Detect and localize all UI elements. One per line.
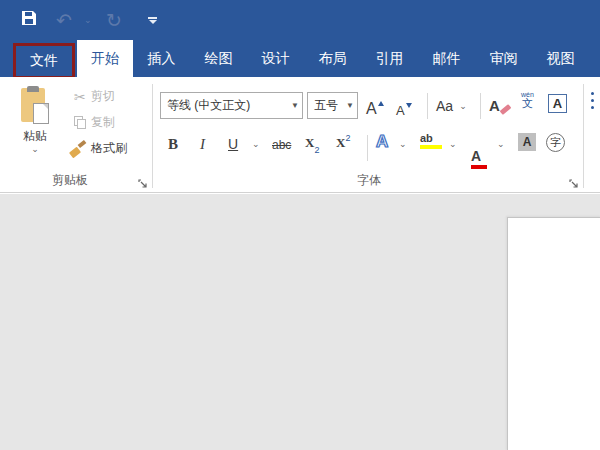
font-size-value: 五号 bbox=[308, 97, 343, 114]
bold-button[interactable]: B bbox=[168, 136, 178, 153]
shrink-font-button[interactable]: A bbox=[396, 96, 412, 118]
chevron-down-icon[interactable]: ▼ bbox=[288, 101, 302, 110]
character-shading-button[interactable]: A bbox=[518, 133, 536, 151]
superscript-button[interactable]: X 2 bbox=[336, 133, 350, 151]
tab-references[interactable]: 引用 bbox=[361, 40, 418, 77]
font-size-combo[interactable]: 五号 ▼ bbox=[307, 92, 358, 119]
italic-button[interactable]: I bbox=[200, 136, 205, 153]
tab-design[interactable]: 设计 bbox=[247, 40, 304, 77]
tab-layout[interactable]: 布局 bbox=[304, 40, 361, 77]
bullets-icon-partial[interactable] bbox=[591, 92, 594, 109]
chevron-down-icon: ⌄ bbox=[459, 102, 467, 110]
clipboard-group-label: 剪贴板 bbox=[0, 172, 140, 189]
tab-mailings[interactable]: 邮件 bbox=[418, 40, 475, 77]
phonetic-guide-icon: wén 文 bbox=[521, 91, 534, 109]
save-icon bbox=[20, 9, 38, 31]
redo-icon: ↻ bbox=[106, 9, 122, 31]
enclose-characters-icon: 字 bbox=[546, 133, 565, 152]
change-case-button[interactable]: Aa ⌄ bbox=[436, 94, 467, 118]
underline-button[interactable]: U bbox=[228, 136, 238, 152]
highlight-color-bar bbox=[420, 145, 442, 149]
font-color-button[interactable]: A bbox=[471, 148, 600, 169]
word-window: ↶ ⌄ ↻ 文件 开始 插入 绘图 设计 bbox=[0, 0, 600, 450]
customize-quick-access-toolbar-button[interactable] bbox=[148, 8, 157, 32]
copy-icon bbox=[74, 116, 86, 129]
tab-view[interactable]: 视图 bbox=[532, 40, 589, 77]
format-painter-button[interactable]: 格式刷 bbox=[70, 140, 127, 157]
underline-dropdown[interactable]: ⌄ bbox=[252, 140, 260, 148]
quick-access-toolbar: ↶ ⌄ ↻ bbox=[0, 0, 600, 40]
chevron-down-icon: ⌄ bbox=[399, 140, 407, 148]
tab-insert[interactable]: 插入 bbox=[133, 40, 190, 77]
phonetic-guide-button[interactable]: wén 文 bbox=[521, 91, 534, 109]
group-separator bbox=[152, 84, 153, 188]
scissors-icon: ✂ bbox=[74, 89, 86, 105]
chevron-down-icon: ⌄ bbox=[252, 140, 260, 148]
undo-icon: ↶ bbox=[56, 9, 72, 31]
chevron-down-icon: ⌄ bbox=[84, 15, 92, 25]
tab-draw[interactable]: 绘图 bbox=[190, 40, 247, 77]
subscript-button[interactable]: X 2 bbox=[305, 135, 319, 151]
clear-formatting-button[interactable]: A bbox=[489, 93, 506, 117]
tab-file[interactable]: 文件 bbox=[13, 43, 75, 79]
cut-button[interactable]: ✂ 剪切 bbox=[74, 88, 115, 105]
font-dialog-launcher[interactable] bbox=[568, 176, 580, 188]
font-color-bar bbox=[471, 165, 487, 169]
ribbon: 粘贴 ⌄ ✂ 剪切 复制 格式刷 剪贴板 等线 (中文正文) ▼ 五号 ▼ bbox=[0, 77, 600, 193]
format-painter-brush-icon bbox=[70, 142, 86, 156]
text-highlight-button[interactable]: ab bbox=[420, 132, 600, 149]
chevron-down-icon: ⌄ bbox=[497, 140, 505, 148]
character-border-button[interactable]: A bbox=[548, 94, 567, 113]
paste-clipboard-icon bbox=[21, 86, 49, 124]
tab-review[interactable]: 审阅 bbox=[475, 40, 532, 77]
document-page[interactable] bbox=[507, 217, 600, 450]
chevron-down-icon: ⌄ bbox=[449, 140, 457, 148]
undo-button[interactable]: ↶ bbox=[56, 8, 72, 32]
text-highlight-dropdown[interactable]: ⌄ bbox=[449, 140, 457, 148]
character-shading-icon: A bbox=[518, 133, 536, 151]
redo-button[interactable]: ↻ bbox=[106, 8, 122, 32]
text-effects-dropdown[interactable]: ⌄ bbox=[399, 140, 407, 148]
text-effects-icon: A bbox=[376, 132, 388, 152]
copy-button[interactable]: 复制 bbox=[74, 114, 115, 131]
character-border-icon: A bbox=[548, 94, 567, 113]
font-group-label: 字体 bbox=[155, 172, 583, 189]
enclose-characters-button[interactable]: 字 bbox=[546, 133, 565, 152]
triangle-up-icon bbox=[378, 101, 384, 106]
paste-dropdown-chevron-icon[interactable]: ⌄ bbox=[31, 145, 39, 153]
grow-font-button[interactable]: A bbox=[366, 94, 384, 118]
tab-file-label: 文件 bbox=[30, 52, 58, 70]
title-bar: ↶ ⌄ ↻ 文件 开始 插入 绘图 设计 bbox=[0, 0, 600, 77]
font-color-dropdown[interactable]: ⌄ bbox=[497, 140, 505, 148]
triangle-down-icon bbox=[406, 103, 412, 108]
clipboard-dialog-launcher[interactable] bbox=[137, 176, 149, 188]
undo-dropdown[interactable]: ⌄ bbox=[84, 8, 92, 32]
paste-label: 粘贴 bbox=[23, 128, 47, 145]
strikethrough-button[interactable]: abc bbox=[272, 138, 291, 152]
tab-home[interactable]: 开始 bbox=[77, 40, 133, 77]
font-name-value: 等线 (中文正文) bbox=[161, 97, 288, 114]
document-workspace bbox=[0, 194, 600, 450]
chevron-down-icon[interactable]: ▼ bbox=[343, 101, 357, 110]
font-name-combo[interactable]: 等线 (中文正文) ▼ bbox=[160, 92, 303, 119]
paste-button[interactable]: 粘贴 ⌄ bbox=[8, 82, 62, 170]
save-button[interactable] bbox=[20, 8, 38, 32]
group-separator bbox=[583, 84, 584, 188]
eraser-icon bbox=[500, 104, 512, 115]
customize-qat-icon bbox=[148, 17, 157, 19]
text-effects-button[interactable]: A bbox=[376, 132, 388, 152]
